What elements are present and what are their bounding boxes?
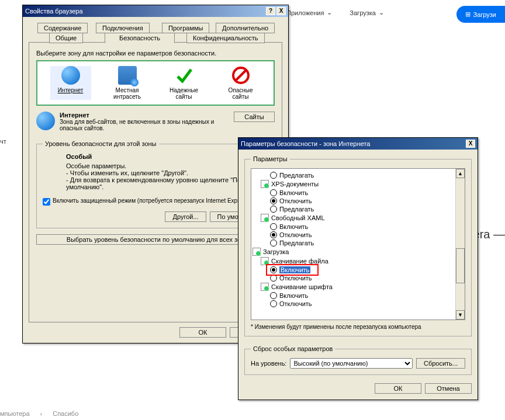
scroll-thumb[interactable] [456,248,465,283]
page-icon [261,283,269,291]
close-button[interactable]: X [276,7,286,15]
dialog-title: Параметры безопасности - зона Интернета [241,140,370,147]
intranet-icon [118,66,137,85]
cancel-button[interactable]: Отмена [425,383,472,394]
zone-restricted[interactable]: Опасные сайты [220,66,261,100]
chevron-down-icon: ⌄ [327,9,332,16]
close-button[interactable]: X [466,140,475,148]
reset-fieldset: Сброс особых параметров На уровень: Высо… [244,345,472,375]
tab-security[interactable]: Безопасность [105,33,175,43]
highlight-box [266,264,319,276]
dialog-title: Свойства браузера [25,8,83,15]
ok-button[interactable]: ОК [179,327,226,338]
params-fieldset: Параметры Предлагать XPS-документы Включ… [244,155,472,336]
download-icon [252,248,261,256]
level-select[interactable]: Высокий (по умолчанию) [290,358,413,369]
tab-content[interactable]: Содержание [37,23,88,33]
protected-mode-checkbox[interactable]: Включить защищенный режим (потребуется п… [43,197,268,206]
zone-name: Интернет [60,112,89,119]
restart-note: * Изменения будут применены после переза… [251,324,465,330]
tabs: Содержание Подключения Программы Дополни… [29,23,282,43]
settings-tree[interactable]: Предлагать XPS-документы Включить Отключ… [251,168,465,320]
bg-nav: Приложения ⌄ Загрузка ⌄ [286,9,384,16]
tab-programs[interactable]: Программы [162,23,209,33]
chevron-down-icon: ⌄ [379,9,384,16]
level-name: Особый [66,153,92,160]
checkmark-icon [175,66,193,85]
zone-internet[interactable]: Интернет [50,66,91,100]
sites-button[interactable]: Сайты [234,112,275,122]
custom-level-button[interactable]: Другой... [165,211,206,222]
level-label: На уровень: [251,360,286,367]
tab-general[interactable]: Общие [49,33,83,43]
page-icon [261,180,269,188]
titlebar[interactable]: Параметры безопасности - зона Интернета … [238,138,478,150]
chevron-right-icon: › [40,410,43,417]
globe-icon [36,112,55,130]
breadcrumb: мпьютера›Спасибо [0,410,78,417]
svg-line-1 [236,70,246,81]
help-button[interactable]: ? [266,7,275,15]
zone-intranet[interactable]: Местная интрасеть [107,66,148,100]
nav-apps[interactable]: Приложения ⌄ [286,9,332,16]
security-settings-dialog: Параметры безопасности - зона Интернета … [238,137,478,400]
scroll-up-button[interactable]: ▲ [456,169,465,178]
nav-download[interactable]: Загрузка ⌄ [350,9,383,16]
tab-privacy[interactable]: Конфиденциальность [186,33,265,43]
page-icon [261,214,269,222]
download-button[interactable]: ⊞ Загрузи [456,6,505,23]
tab-connections[interactable]: Подключения [96,23,150,33]
zone-trusted[interactable]: Надежные сайты [164,66,205,100]
fieldset-legend: Уровень безопасности для этой зоны [43,140,159,147]
tab-advanced[interactable]: Дополнительно [216,23,275,33]
fieldset-legend: Сброс особых параметров [251,345,335,352]
ok-button[interactable]: ОК [375,383,421,394]
fieldset-legend: Параметры [251,155,290,162]
globe-icon [61,66,80,85]
windows-icon: ⊞ [465,11,471,18]
scroll-down-button[interactable]: ▼ [456,310,465,320]
zone-desc: Зона для веб-сайтов, не включенных в зон… [60,119,229,131]
titlebar[interactable]: Свойства браузера ? X [23,5,288,17]
zone-select-label: Выберите зону для настройки ее параметро… [36,50,275,57]
reset-button[interactable]: Сбросить... [416,358,465,369]
prohibited-icon [231,66,250,85]
zone-selector: Интернет Местная интрасеть Надежные сайт… [36,60,275,106]
scrollbar[interactable]: ▲ ▼ [455,169,465,320]
